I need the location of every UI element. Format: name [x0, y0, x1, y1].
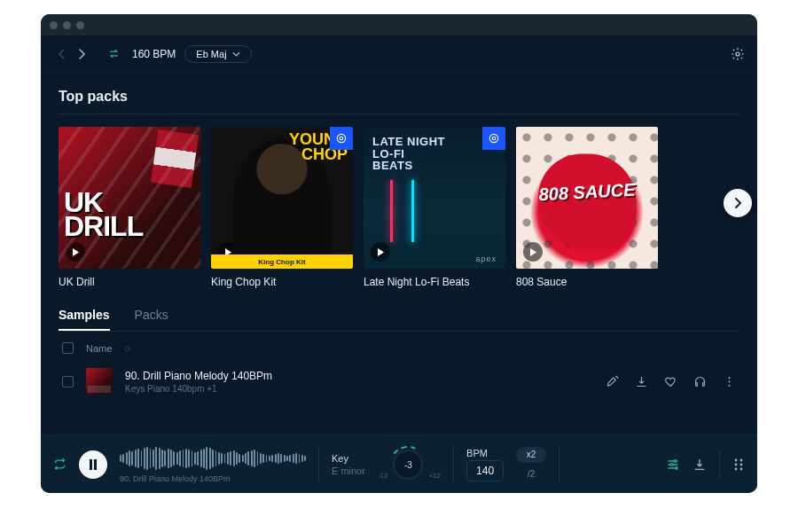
more-menu-button[interactable] — [723, 375, 736, 388]
sample-thumbnail — [86, 368, 113, 395]
waveform-area[interactable]: 90. Drill Piano Melody 140BPm — [120, 445, 306, 483]
divider — [59, 113, 739, 114]
pack-artwork: YOUNG CHOP King Chop Kit — [211, 127, 353, 269]
key-display: Key E minor — [332, 453, 365, 476]
tempo-double-button[interactable]: x2 — [516, 447, 546, 463]
svg-point-16 — [740, 463, 743, 466]
grip-icon — [732, 458, 745, 472]
toolbar: 160 BPM Eb Maj — [41, 35, 757, 73]
pack-label: Late Night Lo-Fi Beats — [364, 276, 505, 288]
gear-icon — [731, 47, 745, 61]
tempo-half-button[interactable]: /2 — [516, 466, 546, 482]
svg-point-0 — [736, 52, 739, 56]
pitch-value: -3 — [404, 459, 412, 469]
drag-handle[interactable] — [732, 458, 745, 472]
window-close-dot[interactable] — [50, 21, 58, 29]
sample-text: 90. Drill Piano Melody 140BPm Keys Piano… — [125, 370, 272, 394]
divider — [719, 451, 720, 478]
svg-point-10 — [674, 459, 677, 462]
bpm-input[interactable]: 140 — [466, 460, 504, 481]
sample-row[interactable]: 90. Drill Piano Melody 140BPm Keys Piano… — [59, 363, 739, 400]
bpm-label: BPM — [466, 448, 504, 458]
chevron-down-icon — [232, 51, 240, 57]
divider — [559, 447, 559, 482]
divider — [318, 447, 319, 482]
player-right-actions — [666, 451, 745, 478]
arrow-right-icon — [732, 198, 743, 208]
sliders-icon — [666, 458, 680, 472]
carousel-next-button[interactable] — [724, 189, 752, 217]
list-header: Name ◇ — [59, 332, 739, 363]
window-zoom-dot[interactable] — [76, 21, 84, 29]
player-bar: 90. Drill Piano Melody 140BPm Key E mino… — [41, 434, 757, 493]
provider-badge-icon — [482, 127, 505, 150]
svg-point-4 — [492, 137, 496, 140]
provider-badge-icon — [330, 127, 353, 150]
pack-card[interactable]: 808 SAUCE 808 Sauce — [516, 127, 658, 288]
download-icon — [692, 458, 707, 472]
bpm-readout[interactable]: 160 BPM — [132, 48, 176, 60]
now-playing-label: 90. Drill Piano Melody 140BPm — [120, 474, 306, 483]
pack-card[interactable]: UK DRILL UK Drill — [59, 127, 200, 288]
key-label: Key — [332, 453, 365, 464]
loop-icon — [53, 458, 66, 471]
svg-point-13 — [735, 458, 738, 461]
tab-samples[interactable]: Samples — [59, 308, 110, 331]
guided-edit-button[interactable] — [606, 375, 619, 388]
svg-point-14 — [740, 458, 743, 461]
titlebar — [41, 14, 757, 35]
svg-rect-9 — [94, 459, 97, 470]
pause-icon — [89, 459, 98, 470]
pitch-control: -12 -3 +12 — [378, 450, 441, 480]
divider — [453, 447, 454, 482]
pack-card[interactable]: YOUNG CHOP King Chop Kit King Chop Kit — [211, 127, 353, 288]
nav-arrows — [53, 44, 90, 64]
pack-label: King Chop Kit — [211, 276, 353, 288]
player-download-button[interactable] — [692, 458, 707, 472]
svg-point-5 — [729, 377, 731, 379]
tempo-multiplier: x2 /2 — [516, 447, 546, 482]
pack-card[interactable]: LATE NIGHT LO-FI BEATS apex Late Night L… — [364, 127, 505, 288]
key-value: E minor — [332, 466, 365, 476]
nav-back-button[interactable] — [53, 44, 71, 64]
key-selector[interactable]: Eb Maj — [184, 45, 251, 63]
pack-artwork: LATE NIGHT LO-FI BEATS apex — [364, 127, 505, 269]
tab-packs[interactable]: Packs — [135, 308, 168, 331]
packs-carousel: UK DRILL UK Drill YOUNG CHOP — [59, 127, 739, 288]
preview-headphones-button[interactable] — [693, 375, 707, 388]
waveform[interactable] — [120, 445, 306, 472]
svg-point-3 — [489, 134, 497, 142]
favorite-button[interactable] — [664, 375, 677, 388]
svg-rect-8 — [90, 459, 92, 470]
download-button[interactable] — [635, 375, 648, 388]
svg-point-18 — [740, 467, 743, 470]
main-content: Top packs UK DRILL UK Drill — [41, 73, 757, 434]
column-name[interactable]: Name — [86, 343, 112, 354]
bpm-control: BPM 140 — [466, 448, 504, 481]
settings-button[interactable] — [731, 47, 745, 61]
nav-forward-button[interactable] — [73, 44, 90, 64]
loop-toggle[interactable] — [53, 458, 66, 471]
pack-label: UK Drill — [59, 276, 200, 288]
app-window: 160 BPM Eb Maj Top packs UK — [41, 14, 757, 493]
sync-icon[interactable] — [108, 48, 120, 59]
play-pause-button[interactable] — [79, 450, 107, 479]
pitch-knob[interactable]: -3 — [393, 450, 423, 480]
pitch-max-label: +12 — [428, 472, 441, 480]
results-tabs: Samples Packs — [59, 308, 739, 332]
window-minimize-dot[interactable] — [63, 21, 71, 29]
pitch-min-label: -12 — [378, 472, 388, 480]
filters-button[interactable] — [666, 458, 680, 472]
pack-artwork: 808 SAUCE — [516, 127, 658, 269]
svg-point-6 — [729, 380, 731, 382]
key-selector-label: Eb Maj — [196, 49, 226, 59]
select-all-checkbox[interactable] — [62, 342, 74, 354]
svg-point-17 — [735, 467, 738, 470]
svg-point-15 — [735, 463, 738, 466]
pack-play-button[interactable] — [371, 242, 390, 262]
row-checkbox[interactable] — [62, 376, 74, 387]
pack-label: 808 Sauce — [516, 276, 658, 288]
sort-icon[interactable]: ◇ — [124, 344, 130, 353]
row-actions — [606, 375, 736, 388]
svg-point-2 — [340, 137, 343, 140]
